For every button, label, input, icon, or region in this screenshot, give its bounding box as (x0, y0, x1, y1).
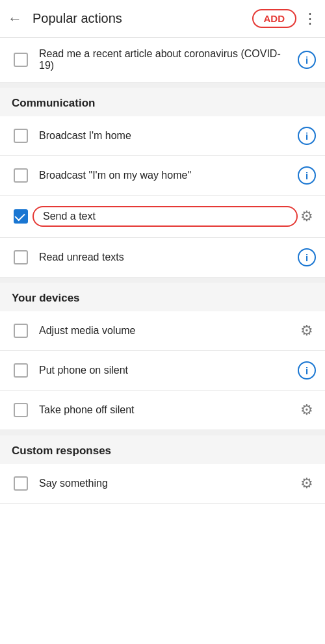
list-item-phone-off-silent: Take phone off silent⚙ (0, 391, 325, 430)
item-label-phone-silent: Put phone on silent (32, 365, 298, 376)
info-icon-broadcast-way-home[interactable]: i (298, 166, 316, 185)
list-item-phone-silent: Put phone on silenti (0, 351, 325, 391)
checkbox-phone-off-silent[interactable] (14, 403, 28, 417)
section-header-your-devices: Your devices (0, 283, 325, 311)
item-label-adjust-volume: Adjust media volume (32, 325, 298, 337)
section-header-communication: Communication (0, 88, 325, 116)
item-label-covid: Read me a recent article about coronavir… (32, 48, 298, 71)
checkbox-wrap-adjust-volume[interactable] (9, 324, 32, 338)
section-separator-your-devices (0, 277, 325, 283)
gear-icon-send-text[interactable]: ⚙ (298, 207, 316, 225)
info-icon-phone-silent[interactable]: i (298, 361, 316, 380)
item-label-read-texts: Read unread texts (32, 251, 298, 263)
checkbox-wrap-say-something[interactable] (9, 476, 32, 491)
list-item-broadcast-home: Broadcast I'm homei (0, 116, 325, 156)
list-item-adjust-volume: Adjust media volume⚙ (0, 311, 325, 351)
list-item-broadcast-way-home: Broadcast "I'm on my way home"i (0, 156, 325, 196)
list-item: Read me a recent article about coronavir… (0, 38, 325, 83)
gear-icon-adjust-volume[interactable]: ⚙ (298, 322, 316, 340)
add-button[interactable]: ADD (252, 9, 297, 28)
gear-icon-phone-off-silent[interactable]: ⚙ (298, 401, 316, 419)
info-icon-broadcast-home[interactable]: i (298, 127, 316, 145)
checkbox-broadcast-home[interactable] (14, 129, 28, 143)
checkbox-wrap-broadcast-way-home[interactable] (9, 168, 32, 183)
item-label-send-text: Send a text (32, 206, 298, 227)
back-button[interactable]: ← (8, 10, 22, 27)
section-title-communication: Communication (12, 97, 95, 109)
list-item-read-texts: Read unread textsi (0, 238, 325, 277)
section-separator-communication (0, 83, 325, 88)
checkbox-say-something[interactable] (14, 476, 28, 491)
item-label-broadcast-way-home: Broadcast "I'm on my way home" (32, 170, 298, 181)
checkbox-read-texts[interactable] (14, 250, 28, 264)
item-label-say-something: Say something (32, 478, 298, 489)
section-header-custom-responses: Custom responses (0, 435, 325, 464)
section-title-custom-responses: Custom responses (12, 444, 111, 457)
checkbox-adjust-volume[interactable] (14, 324, 28, 338)
list-item-send-text: Send a text⚙ (0, 196, 325, 238)
page-title: Popular actions (32, 11, 252, 26)
checkbox-wrap-phone-off-silent[interactable] (9, 403, 32, 417)
checkbox-covid-box[interactable] (14, 53, 28, 67)
info-icon-covid[interactable]: i (298, 51, 316, 69)
checkbox-phone-silent[interactable] (14, 363, 28, 378)
checkbox-covid[interactable] (9, 53, 32, 67)
checkbox-send-text[interactable] (14, 209, 28, 224)
item-label-broadcast-home: Broadcast I'm home (32, 130, 298, 142)
sections-container: CommunicationBroadcast I'm homeiBroadcas… (0, 83, 325, 504)
header: ← Popular actions ADD ⋮ (0, 0, 325, 38)
item-label-phone-off-silent: Take phone off silent (32, 404, 298, 416)
checkbox-wrap-broadcast-home[interactable] (9, 129, 32, 143)
more-menu-button[interactable]: ⋮ (303, 10, 317, 27)
list-item-say-something: Say something⚙ (0, 464, 325, 504)
checkbox-wrap-send-text[interactable] (9, 209, 32, 224)
info-icon-read-texts[interactable]: i (298, 248, 316, 266)
checkbox-broadcast-way-home[interactable] (14, 168, 28, 183)
gear-icon-say-something[interactable]: ⚙ (298, 474, 316, 493)
checkbox-wrap-phone-silent[interactable] (9, 363, 32, 378)
section-title-your-devices: Your devices (12, 292, 80, 304)
top-items-list: Read me a recent article about coronavir… (0, 38, 325, 83)
checkbox-wrap-read-texts[interactable] (9, 250, 32, 264)
section-separator-custom-responses (0, 430, 325, 435)
